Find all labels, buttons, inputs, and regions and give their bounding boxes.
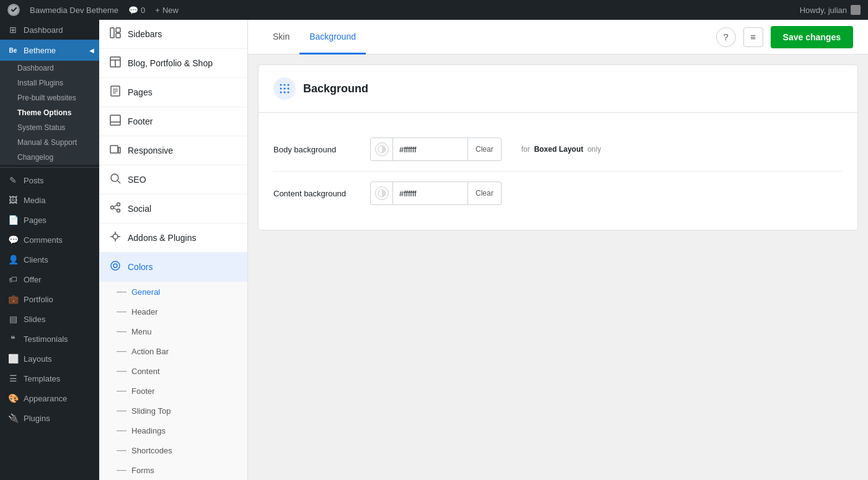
sidebar-item-posts[interactable]: ✎ Posts [0,170,99,190]
body-background-swatch[interactable] [371,138,393,160]
social-icon [109,202,122,216]
dash-icon: — [117,307,126,316]
colors-subitem-menu[interactable]: — Menu [99,321,247,341]
svg-point-23 [111,261,120,270]
panel-title: Background [303,82,368,95]
submenu-manual-support[interactable]: Manual & Support [0,135,99,150]
submenu-install-plugins[interactable]: Install Plugins [0,76,99,90]
svg-point-26 [280,84,282,86]
sidebar-item-media[interactable]: 🖼 Media [0,190,99,210]
main-content: Skin Background ? ≡ Save changes [248,20,868,480]
colors-icon [109,260,122,274]
color-swatch-inner-2 [375,186,389,200]
colors-subitem-headings[interactable]: — Headings [99,421,247,440]
body-background-input[interactable] [393,138,467,160]
tab-background[interactable]: Background [299,20,366,55]
comments-link[interactable]: 💬 0 [128,6,145,15]
svg-point-34 [288,92,290,94]
colors-subitem-shortcodes[interactable]: — Shortcodes [99,440,247,460]
content-topbar: Skin Background ? ≡ Save changes [248,20,868,55]
sidebar-item-comments[interactable]: 💬 Comments [0,230,99,250]
sidebar-item-layouts[interactable]: ⬜ Layouts [0,349,99,369]
sidebar-item-portfolio[interactable]: 💼 Portfolio [0,289,99,309]
colors-subitem-header[interactable]: — Header [99,302,247,321]
svg-rect-11 [110,115,120,125]
svg-point-28 [288,84,290,86]
colors-subitem-footer[interactable]: — Footer [99,381,247,401]
theme-nav-seo[interactable]: SEO [99,165,247,194]
sidebar-item-plugins[interactable]: 🔌 Plugins [0,408,99,428]
svg-point-30 [284,88,286,90]
tab-skin[interactable]: Skin [263,20,299,55]
theme-nav-pages[interactable]: Pages [99,78,247,107]
sidebar-item-offer[interactable]: 🏷 Offer [0,269,99,289]
theme-nav-sidebars[interactable]: Sidebars [99,20,247,49]
sidebar-item-betheme[interactable]: Be Betheme [0,40,99,61]
body-background-picker[interactable]: Clear [370,137,502,161]
dash-icon: — [117,465,126,475]
svg-rect-13 [110,146,118,153]
topbar-actions: ? ≡ Save changes [716,26,853,48]
content-background-row: Content background Clear [273,172,843,215]
testimonials-icon: ❝ [7,334,19,344]
save-changes-button[interactable]: Save changes [771,26,853,48]
colors-subitem-general[interactable]: — General [99,282,247,302]
dash-icon: — [117,346,126,356]
notes-button[interactable]: ≡ [743,27,763,47]
wp-sidebar: ⊞ Dashboard Be Betheme Dashboard Install… [0,20,99,480]
theme-nav-colors[interactable]: Colors [99,253,247,282]
svg-point-18 [111,206,114,209]
content-background-input[interactable] [393,182,467,204]
theme-nav-blog-portfolio-shop[interactable]: Blog, Portfolio & Shop [99,49,247,78]
svg-point-19 [117,209,120,212]
clients-icon: 👤 [7,255,19,264]
wp-logo[interactable] [7,4,20,16]
color-swatch-inner [375,142,389,156]
sidebar-item-clients[interactable]: 👤 Clients [0,250,99,269]
submenu-dashboard[interactable]: Dashboard [0,61,99,76]
admin-bar: Bawmedia Dev Betheme 💬 0 + New Howdy, ju… [0,0,868,20]
sidebar-item-pages[interactable]: 📄 Pages [0,210,99,230]
theme-nav-footer[interactable]: Footer [99,107,247,136]
content-background-swatch[interactable] [371,182,393,204]
sidebar-item-templates[interactable]: ☰ Templates [0,369,99,388]
media-icon: 🖼 [7,195,19,205]
submenu-theme-options[interactable]: Theme Options [0,105,99,120]
layouts-icon: ⬜ [7,354,19,364]
dash-icon: — [117,366,126,376]
sidebar-divider [0,167,99,168]
dash-icon: — [117,406,126,416]
colors-submenu: — General — Header — Menu — Action Bar —… [99,282,247,480]
seo-icon [109,173,122,186]
sidebar-item-dashboard[interactable]: ⊞ Dashboard [0,20,99,40]
pages-icon: 📄 [7,215,19,225]
colors-subitem-forms[interactable]: — Forms [99,460,247,480]
help-button[interactable]: ? [716,27,736,47]
theme-nav-addons-plugins[interactable]: Addons & Plugins [99,224,247,253]
submenu-system-status[interactable]: System Status [0,120,99,135]
colors-subitem-action-bar[interactable]: — Action Bar [99,341,247,361]
sidebars-icon [109,27,122,41]
body-background-label: Body background [273,145,360,154]
appearance-icon: 🎨 [7,393,19,403]
content-background-picker[interactable]: Clear [370,181,502,205]
submenu-changelog[interactable]: Changelog [0,150,99,165]
content-background-clear-button[interactable]: Clear [467,182,501,204]
svg-point-33 [284,92,286,94]
svg-point-29 [280,88,282,90]
theme-nav-social[interactable]: Social [99,194,247,224]
site-name[interactable]: Bawmedia Dev Betheme [30,6,118,15]
posts-icon: ✎ [7,175,19,185]
theme-nav-responsive[interactable]: Responsive [99,136,247,165]
dash-icon: — [117,326,126,336]
theme-pages-icon [109,85,122,99]
body-background-clear-button[interactable]: Clear [467,138,501,160]
colors-subitem-content[interactable]: — Content [99,361,247,381]
new-item-link[interactable]: + New [155,6,179,15]
sidebar-item-testimonials[interactable]: ❝ Testimonials [0,329,99,349]
svg-rect-1 [110,28,114,38]
submenu-prebuilt[interactable]: Pre-built websites [0,90,99,105]
sidebar-item-slides[interactable]: ▤ Slides [0,309,99,329]
colors-subitem-sliding-top[interactable]: — Sliding Top [99,401,247,421]
sidebar-item-appearance[interactable]: 🎨 Appearance [0,388,99,408]
